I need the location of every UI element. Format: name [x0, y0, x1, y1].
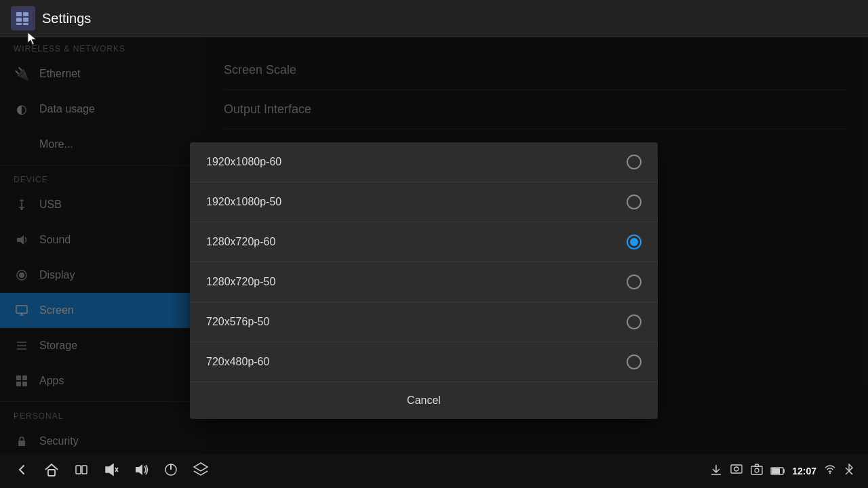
- svg-rect-24: [82, 466, 87, 474]
- bluetooth-icon: [844, 463, 854, 480]
- svg-rect-4: [16, 23, 22, 25]
- top-bar: Settings: [0, 0, 868, 37]
- svg-rect-22: [48, 470, 55, 476]
- back-icon[interactable]: [14, 462, 30, 481]
- battery-icon: [770, 464, 785, 479]
- svg-marker-35: [755, 464, 759, 466]
- svg-marker-28: [136, 464, 142, 475]
- svg-point-33: [734, 467, 738, 471]
- screen-scale-dialog: 1920x1080p-60 1920x1080p-50 1280x720p-60…: [190, 142, 658, 419]
- radio-720x576p-50[interactable]: [627, 314, 642, 329]
- svg-rect-34: [751, 466, 762, 474]
- svg-rect-23: [76, 466, 81, 474]
- option-1280x720p-60[interactable]: 1280x720p-60: [190, 222, 658, 262]
- svg-rect-38: [783, 469, 785, 473]
- home-icon[interactable]: [43, 462, 60, 481]
- svg-point-36: [755, 468, 759, 472]
- volume-mute-icon[interactable]: [103, 462, 119, 481]
- volume-up-icon[interactable]: [133, 462, 149, 481]
- power-icon[interactable]: [163, 462, 179, 481]
- settings-app-icon: [11, 6, 35, 30]
- cancel-button[interactable]: Cancel: [190, 382, 658, 419]
- svg-rect-32: [731, 465, 742, 473]
- svg-rect-5: [23, 23, 28, 25]
- svg-rect-0: [16, 12, 22, 16]
- wifi-icon: [823, 463, 837, 480]
- radio-1920x1080p-50[interactable]: [627, 195, 642, 209]
- option-1920x1080p-60[interactable]: 1920x1080p-60: [190, 142, 658, 182]
- taskbar-status-icons: 12:07: [709, 463, 854, 480]
- svg-point-40: [829, 472, 831, 473]
- main-area: WIRELESS & NETWORKS 🔌 Ethernet ◐ Data us…: [0, 37, 868, 454]
- option-1280x720p-50[interactable]: 1280x720p-50: [190, 262, 658, 302]
- layers-icon[interactable]: [193, 462, 209, 481]
- download-icon[interactable]: [709, 463, 723, 480]
- radio-1280x720p-60[interactable]: [627, 235, 642, 249]
- taskbar: 12:07: [0, 454, 868, 488]
- taskbar-nav-icons: [14, 462, 209, 481]
- svg-rect-39: [772, 468, 780, 474]
- option-720x576p-50[interactable]: 720x576p-50: [190, 302, 658, 342]
- svg-rect-3: [23, 18, 28, 22]
- radio-1920x1080p-60[interactable]: [627, 155, 642, 169]
- recents-icon[interactable]: [73, 462, 90, 481]
- camera-icon: [750, 463, 764, 480]
- status-time: 12:07: [792, 466, 816, 476]
- radio-1280x720p-50[interactable]: [627, 274, 642, 289]
- radio-720x480p-60[interactable]: [627, 354, 642, 369]
- svg-marker-25: [106, 464, 113, 475]
- screenshot-icon: [730, 463, 743, 480]
- svg-rect-1: [23, 12, 28, 16]
- option-1920x1080p-50[interactable]: 1920x1080p-50: [190, 182, 658, 222]
- svg-rect-2: [16, 18, 22, 22]
- page-title: Settings: [42, 11, 91, 26]
- option-720x480p-60[interactable]: 720x480p-60: [190, 342, 658, 382]
